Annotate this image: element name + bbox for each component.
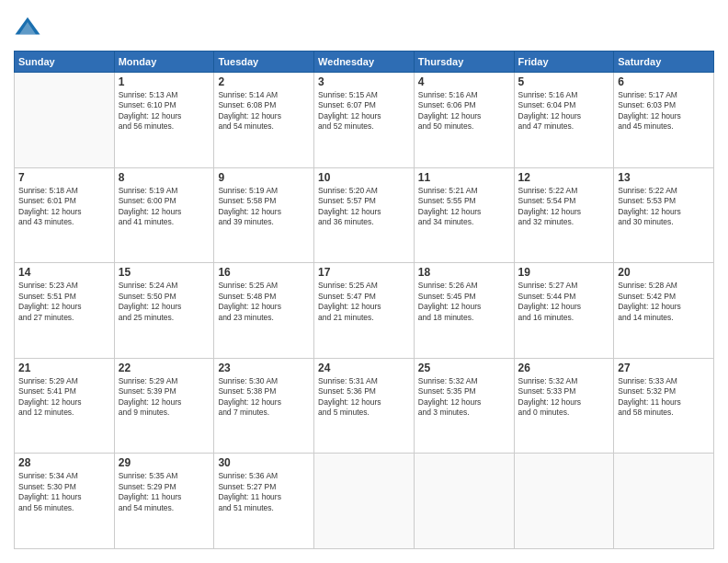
calendar-cell: 28Sunrise: 5:34 AM Sunset: 5:30 PM Dayli… <box>15 454 115 549</box>
weekday-wednesday: Wednesday <box>314 52 415 73</box>
calendar-cell: 22Sunrise: 5:29 AM Sunset: 5:39 PM Dayli… <box>114 358 214 454</box>
day-number: 20 <box>618 266 710 279</box>
calendar-cell: 1Sunrise: 5:13 AM Sunset: 6:10 PM Daylig… <box>114 73 214 168</box>
calendar-cell: 10Sunrise: 5:20 AM Sunset: 5:57 PM Dayli… <box>314 167 415 263</box>
day-number: 9 <box>218 171 310 184</box>
cell-content: Sunrise: 5:19 AM Sunset: 6:00 PM Dayligh… <box>119 186 210 228</box>
day-number: 8 <box>119 171 210 184</box>
cell-content: Sunrise: 5:22 AM Sunset: 5:53 PM Dayligh… <box>618 186 710 228</box>
day-number: 5 <box>518 75 610 88</box>
day-number: 25 <box>418 362 510 374</box>
day-number: 14 <box>18 266 110 279</box>
cell-content: Sunrise: 5:19 AM Sunset: 5:58 PM Dayligh… <box>218 186 310 228</box>
calendar-header: SundayMondayTuesdayWednesdayThursdayFrid… <box>15 52 714 73</box>
cell-content: Sunrise: 5:36 AM Sunset: 5:27 PM Dayligh… <box>218 471 310 513</box>
calendar-cell: 17Sunrise: 5:25 AM Sunset: 5:47 PM Dayli… <box>314 263 415 359</box>
cell-content: Sunrise: 5:26 AM Sunset: 5:45 PM Dayligh… <box>418 281 510 323</box>
cell-content: Sunrise: 5:23 AM Sunset: 5:51 PM Dayligh… <box>18 281 110 323</box>
calendar-cell: 18Sunrise: 5:26 AM Sunset: 5:45 PM Dayli… <box>414 263 514 359</box>
cell-content: Sunrise: 5:15 AM Sunset: 6:07 PM Dayligh… <box>318 90 410 132</box>
calendar-cell: 27Sunrise: 5:33 AM Sunset: 5:32 PM Dayli… <box>614 358 714 454</box>
day-number: 17 <box>318 266 410 279</box>
calendar: SundayMondayTuesdayWednesdayThursdayFrid… <box>14 51 714 549</box>
cell-content: Sunrise: 5:25 AM Sunset: 5:48 PM Dayligh… <box>218 281 310 323</box>
weekday-monday: Monday <box>114 52 214 73</box>
cell-content: Sunrise: 5:34 AM Sunset: 5:30 PM Dayligh… <box>18 471 110 513</box>
calendar-cell: 12Sunrise: 5:22 AM Sunset: 5:54 PM Dayli… <box>514 167 614 263</box>
cell-content: Sunrise: 5:35 AM Sunset: 5:29 PM Dayligh… <box>119 471 210 513</box>
cell-content: Sunrise: 5:17 AM Sunset: 6:03 PM Dayligh… <box>618 90 710 132</box>
calendar-cell: 19Sunrise: 5:27 AM Sunset: 5:44 PM Dayli… <box>514 263 614 359</box>
cell-content: Sunrise: 5:21 AM Sunset: 5:55 PM Dayligh… <box>418 186 510 228</box>
cell-content: Sunrise: 5:25 AM Sunset: 5:47 PM Dayligh… <box>318 281 410 323</box>
cell-content: Sunrise: 5:31 AM Sunset: 5:36 PM Dayligh… <box>318 376 410 419</box>
calendar-cell <box>314 454 415 549</box>
day-number: 19 <box>518 266 610 279</box>
logo-icon <box>14 14 41 41</box>
calendar-cell: 21Sunrise: 5:29 AM Sunset: 5:41 PM Dayli… <box>15 358 115 454</box>
calendar-cell: 20Sunrise: 5:28 AM Sunset: 5:42 PM Dayli… <box>614 263 714 359</box>
calendar-cell: 23Sunrise: 5:30 AM Sunset: 5:38 PM Dayli… <box>214 358 314 454</box>
cell-content: Sunrise: 5:20 AM Sunset: 5:57 PM Dayligh… <box>318 186 410 228</box>
calendar-cell: 15Sunrise: 5:24 AM Sunset: 5:50 PM Dayli… <box>114 263 214 359</box>
day-number: 16 <box>218 266 310 279</box>
cell-content: Sunrise: 5:24 AM Sunset: 5:50 PM Dayligh… <box>119 281 210 323</box>
calendar-cell <box>414 454 514 549</box>
day-number: 18 <box>418 266 510 279</box>
calendar-cell: 11Sunrise: 5:21 AM Sunset: 5:55 PM Dayli… <box>414 167 514 263</box>
day-number: 26 <box>518 362 610 374</box>
day-number: 23 <box>218 362 310 374</box>
cell-content: Sunrise: 5:22 AM Sunset: 5:54 PM Dayligh… <box>518 186 610 228</box>
day-number: 7 <box>18 171 110 184</box>
calendar-cell: 7Sunrise: 5:18 AM Sunset: 6:01 PM Daylig… <box>15 167 115 263</box>
day-number: 6 <box>618 75 710 88</box>
day-number: 30 <box>218 456 310 469</box>
day-number: 12 <box>518 171 610 184</box>
day-number: 1 <box>119 75 210 88</box>
day-number: 2 <box>218 75 310 88</box>
calendar-cell: 25Sunrise: 5:32 AM Sunset: 5:35 PM Dayli… <box>414 358 514 454</box>
calendar-cell: 24Sunrise: 5:31 AM Sunset: 5:36 PM Dayli… <box>314 358 415 454</box>
calendar-cell: 30Sunrise: 5:36 AM Sunset: 5:27 PM Dayli… <box>214 454 314 549</box>
cell-content: Sunrise: 5:18 AM Sunset: 6:01 PM Dayligh… <box>18 186 110 228</box>
calendar-cell: 29Sunrise: 5:35 AM Sunset: 5:29 PM Dayli… <box>114 454 214 549</box>
calendar-cell: 5Sunrise: 5:16 AM Sunset: 6:04 PM Daylig… <box>514 73 614 168</box>
cell-content: Sunrise: 5:28 AM Sunset: 5:42 PM Dayligh… <box>618 281 710 323</box>
calendar-cell <box>514 454 614 549</box>
weekday-tuesday: Tuesday <box>214 52 314 73</box>
weekday-saturday: Saturday <box>614 52 714 73</box>
day-number: 10 <box>318 171 410 184</box>
week-row-5: 28Sunrise: 5:34 AM Sunset: 5:30 PM Dayli… <box>15 454 714 549</box>
day-number: 22 <box>119 362 210 374</box>
cell-content: Sunrise: 5:30 AM Sunset: 5:38 PM Dayligh… <box>218 376 310 419</box>
cell-content: Sunrise: 5:29 AM Sunset: 5:41 PM Dayligh… <box>18 376 110 419</box>
logo <box>14 14 43 41</box>
day-number: 4 <box>418 75 510 88</box>
weekday-sunday: Sunday <box>15 52 115 73</box>
weekday-friday: Friday <box>514 52 614 73</box>
calendar-cell: 8Sunrise: 5:19 AM Sunset: 6:00 PM Daylig… <box>114 167 214 263</box>
weekday-thursday: Thursday <box>414 52 514 73</box>
weekday-row: SundayMondayTuesdayWednesdayThursdayFrid… <box>15 52 714 73</box>
calendar-cell <box>15 73 115 168</box>
day-number: 13 <box>618 171 710 184</box>
calendar-cell: 4Sunrise: 5:16 AM Sunset: 6:06 PM Daylig… <box>414 73 514 168</box>
week-row-4: 21Sunrise: 5:29 AM Sunset: 5:41 PM Dayli… <box>15 358 714 454</box>
cell-content: Sunrise: 5:32 AM Sunset: 5:35 PM Dayligh… <box>418 376 510 419</box>
calendar-cell: 3Sunrise: 5:15 AM Sunset: 6:07 PM Daylig… <box>314 73 415 168</box>
page: SundayMondayTuesdayWednesdayThursdayFrid… <box>0 0 728 563</box>
cell-content: Sunrise: 5:16 AM Sunset: 6:04 PM Dayligh… <box>518 90 610 132</box>
calendar-cell <box>614 454 714 549</box>
calendar-cell: 14Sunrise: 5:23 AM Sunset: 5:51 PM Dayli… <box>15 263 115 359</box>
day-number: 11 <box>418 171 510 184</box>
week-row-3: 14Sunrise: 5:23 AM Sunset: 5:51 PM Dayli… <box>15 263 714 359</box>
day-number: 21 <box>18 362 110 374</box>
header <box>14 14 714 41</box>
calendar-cell: 16Sunrise: 5:25 AM Sunset: 5:48 PM Dayli… <box>214 263 314 359</box>
calendar-cell: 9Sunrise: 5:19 AM Sunset: 5:58 PM Daylig… <box>214 167 314 263</box>
week-row-2: 7Sunrise: 5:18 AM Sunset: 6:01 PM Daylig… <box>15 167 714 263</box>
day-number: 15 <box>119 266 210 279</box>
cell-content: Sunrise: 5:33 AM Sunset: 5:32 PM Dayligh… <box>618 376 710 419</box>
cell-content: Sunrise: 5:14 AM Sunset: 6:08 PM Dayligh… <box>218 90 310 132</box>
day-number: 3 <box>318 75 410 88</box>
